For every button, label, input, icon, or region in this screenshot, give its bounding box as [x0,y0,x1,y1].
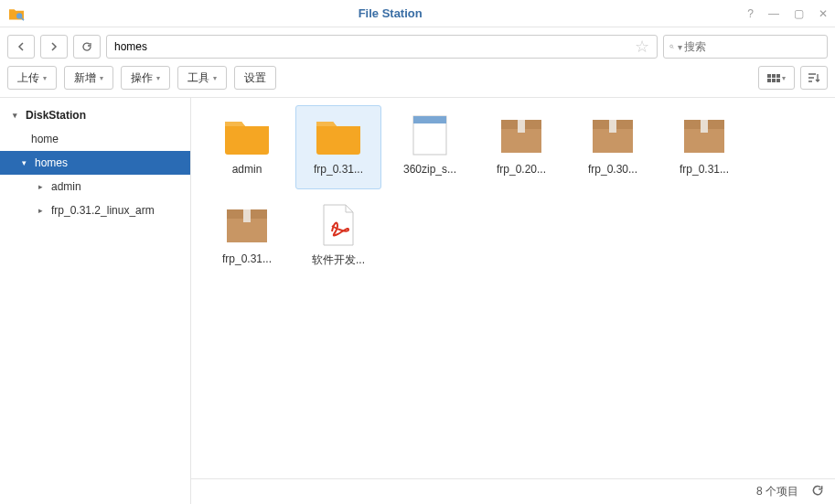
svg-rect-9 [609,120,616,133]
titlebar: File Station ? — ▢ ✕ [0,0,835,27]
upload-button[interactable]: 上传▾ [7,66,57,90]
item-count: 8 个项目 [756,484,798,499]
search-box[interactable]: ▾ [663,35,828,59]
file-label: frp_0.30... [588,163,637,176]
file-item[interactable]: admin [204,105,290,189]
refresh-button[interactable] [73,35,101,59]
doc-icon [402,112,457,159]
close-icon[interactable]: ✕ [819,7,828,20]
window-title: File Station [33,6,747,20]
svg-point-0 [16,13,22,18]
navbar: ☆ ▾ [0,27,835,66]
tree-item-homes[interactable]: ▾ homes [0,151,190,175]
action-button[interactable]: 操作▾ [121,66,170,90]
svg-rect-12 [701,120,708,133]
favorite-icon[interactable]: ☆ [635,37,649,57]
file-item[interactable]: 软件开发... [295,195,381,279]
chevron-down-icon[interactable]: ▾ [9,111,20,120]
tree-item-frp[interactable]: ▸ frp_0.31.2_linux_arm [0,198,190,222]
chevron-down-icon[interactable]: ▾ [18,158,29,167]
file-label: frp_0.31... [680,163,729,176]
file-label: frp_0.20... [497,163,546,176]
tree-item-home[interactable]: home [0,127,190,151]
tree-root[interactable]: ▾ DiskStation [0,103,190,127]
path-field[interactable] [114,40,635,53]
app-icon [7,6,26,21]
archive-icon [585,112,640,159]
refresh-icon[interactable] [811,484,824,499]
minimize-icon[interactable]: — [768,7,779,20]
archive-icon [219,201,274,249]
search-caret-icon: ▾ [678,42,682,52]
pdf-icon [311,201,366,249]
maximize-icon[interactable]: ▢ [794,7,804,20]
folder-icon [219,112,274,159]
back-button[interactable] [7,35,35,59]
svg-rect-3 [413,116,446,123]
svg-rect-6 [518,120,525,133]
file-item[interactable]: frp_0.31... [661,105,747,189]
file-item[interactable]: frp_0.31... [204,195,290,279]
file-label: frp_0.31... [222,252,272,265]
search-icon [669,41,674,52]
file-label: frp_0.31... [314,163,363,176]
help-icon[interactable]: ? [747,7,754,20]
file-item[interactable]: 360zip_s... [387,105,473,189]
new-button[interactable]: 新增▾ [64,66,113,90]
statusbar: 8 个项目 [191,478,835,504]
file-label: 软件开发... [312,252,365,268]
archive-icon [494,112,549,159]
archive-icon [677,112,732,159]
file-item[interactable]: frp_0.31... [295,105,381,189]
tool-button[interactable]: 工具▾ [177,66,227,90]
toolbar: 上传▾ 新增▾ 操作▾ 工具▾ 设置 ▾ [0,66,835,98]
settings-button[interactable]: 设置 [234,66,276,90]
chevron-right-icon[interactable]: ▸ [35,182,46,191]
svg-rect-15 [243,209,251,222]
chevron-right-icon[interactable]: ▸ [35,206,46,215]
view-grid-button[interactable]: ▾ [758,66,795,90]
forward-button[interactable] [40,35,68,59]
file-label: 360zip_s... [403,163,456,176]
file-item[interactable]: frp_0.30... [570,105,656,189]
file-label: admin [232,163,262,176]
file-item[interactable]: frp_0.20... [478,105,564,189]
folder-icon [311,112,366,159]
sort-button[interactable] [800,66,828,90]
sidebar: ▾ DiskStation home ▾ homes ▸ admin ▸ frp… [0,98,191,504]
svg-point-1 [670,45,673,48]
search-input[interactable] [684,40,821,53]
tree-item-admin[interactable]: ▸ admin [0,175,190,198]
path-input[interactable]: ☆ [106,35,658,59]
file-grid: adminfrp_0.31...360zip_s...frp_0.20...fr… [191,98,835,478]
